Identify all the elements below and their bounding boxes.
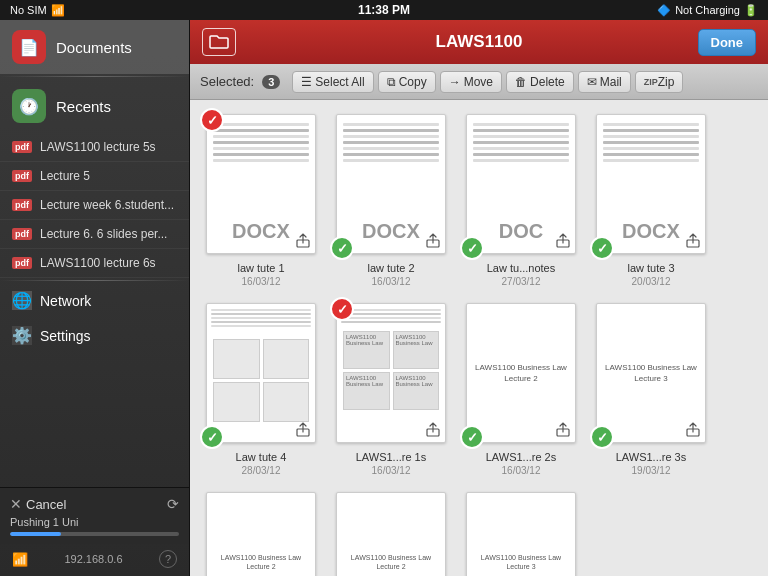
- file-name: Law tute 4: [236, 451, 287, 464]
- sidebar-item-lecture-week6[interactable]: pdf Lecture week 6.student...: [0, 191, 189, 220]
- copy-button[interactable]: ⧉ Copy: [378, 71, 436, 93]
- network-icon: 🌐: [12, 291, 32, 310]
- sidebar-item-documents[interactable]: 📄 Documents: [0, 20, 189, 74]
- sidebar-item-lecture5[interactable]: pdf Lecture 5: [0, 162, 189, 191]
- copy-label: Copy: [399, 75, 427, 89]
- sidebar-item-laws1100-5s[interactable]: pdf LAWS1100 lecture 5s: [0, 133, 189, 162]
- move-label: Move: [464, 75, 493, 89]
- doc-line: [603, 129, 699, 132]
- content-area: LAWS1100 Done Selected: 3 ☰ Select All ⧉…: [190, 20, 768, 576]
- grid-cell: LAWS1100Business Law: [393, 372, 440, 410]
- share-button[interactable]: [682, 419, 704, 441]
- file-label: Lecture 6. 6 slides per...: [40, 227, 167, 241]
- file-item-laws1-re1s[interactable]: LAWS1100Business Law LAWS1100Business La…: [330, 299, 452, 480]
- share-button[interactable]: [292, 230, 314, 252]
- sidebar: 📄 Documents 🕐 Recents pdf LAWS1100 lectu…: [0, 20, 190, 576]
- file-thumb-wrapper: LAWS1100 Business LawLecture 2 ✓: [466, 303, 576, 443]
- file-item-laws1100-bl-2a[interactable]: LAWS1100 Business LawLecture 2: [200, 488, 322, 576]
- sidebar-bottom: ✕ Cancel ⟳ Pushing 1 Uni 📶 192.168.0.6 ?: [0, 487, 189, 576]
- documents-label: Documents: [56, 39, 132, 56]
- file-date: 28/03/12: [242, 465, 281, 476]
- move-button[interactable]: → Move: [440, 71, 502, 93]
- doc-line: [343, 159, 439, 162]
- pdf-badge: pdf: [12, 199, 32, 211]
- cancel-button[interactable]: ✕ Cancel: [10, 496, 66, 512]
- mail-icon: ✉: [587, 75, 597, 89]
- file-item-law-tute-1[interactable]: DOCX ✓ law tute 1 16/03/12: [200, 110, 322, 291]
- doc-line: [341, 313, 441, 315]
- sidebar-item-network[interactable]: 🌐 Network: [0, 283, 189, 318]
- thumb-text: LAWS1100 Business LawLecture 2: [213, 545, 309, 576]
- file-item-law-tu-notes[interactable]: DOC ✓ Law tu...notes 27/03/12: [460, 110, 582, 291]
- share-button[interactable]: [552, 230, 574, 252]
- done-button[interactable]: Done: [698, 29, 757, 56]
- sidebar-item-settings[interactable]: ⚙️ Settings: [0, 318, 189, 353]
- share-button[interactable]: [682, 230, 704, 252]
- sidebar-item-lecture6-slides[interactable]: pdf Lecture 6. 6 slides per...: [0, 220, 189, 249]
- doc-line: [213, 129, 309, 132]
- zip-button[interactable]: ZIP Zip: [635, 71, 684, 93]
- file-name: LAWS1...re 1s: [356, 451, 427, 464]
- file-label: LAWS1100 lecture 5s: [40, 140, 156, 154]
- file-item-law-tute-3[interactable]: DOCX ✓ law tute 3 20/03/12: [590, 110, 712, 291]
- zip-label: Zip: [658, 75, 675, 89]
- file-label: Lecture week 6.student...: [40, 198, 174, 212]
- thumb-content: LAWS1100Business Law LAWS1100Business La…: [337, 304, 445, 417]
- red-check-badge: ✓: [200, 108, 224, 132]
- file-thumb-wrapper: DOC ✓: [466, 114, 576, 254]
- sidebar-item-recents[interactable]: 🕐 Recents: [0, 79, 189, 133]
- doc-line: [213, 147, 309, 150]
- green-check-badge: ✓: [460, 236, 484, 260]
- help-button[interactable]: ?: [159, 550, 177, 568]
- file-item-law-tute-2[interactable]: DOCX ✓ law tute 2 16/03/12: [330, 110, 452, 291]
- file-name: Law tu...notes: [487, 262, 556, 275]
- spinner-icon: ⟳: [167, 496, 179, 512]
- file-item-laws1-re2s[interactable]: LAWS1100 Business LawLecture 2 ✓ LAWS1..…: [460, 299, 582, 480]
- battery-label: Not Charging: [675, 4, 740, 16]
- file-item-law-tute-4[interactable]: ✓ Law tute 4 28/03/12: [200, 299, 322, 480]
- progress-bar-fill: [10, 532, 61, 536]
- doc-line: [603, 141, 699, 144]
- network-label: Network: [40, 293, 91, 309]
- doc-line: [343, 129, 439, 132]
- sidebar-item-laws1100-6s[interactable]: pdf LAWS1100 lecture 6s: [0, 249, 189, 278]
- file-thumb-wrapper: LAWS1100 Business LawLecture 2: [206, 492, 316, 576]
- no-sim-label: No SIM: [10, 4, 47, 16]
- share-button[interactable]: [422, 419, 444, 441]
- wifi-icon: 📶: [12, 552, 28, 567]
- file-item-laws1100-bl-3[interactable]: LAWS1100 Business LawLecture 3: [460, 488, 582, 576]
- share-button[interactable]: [422, 230, 444, 252]
- delete-button[interactable]: 🗑 Delete: [506, 71, 574, 93]
- status-bar-time: 11:38 PM: [358, 3, 410, 17]
- file-name: law tute 2: [367, 262, 414, 275]
- doc-line: [211, 321, 311, 323]
- thumb-text: LAWS1100 Business LawLecture 2: [343, 545, 439, 576]
- grid-lines: LAWS1100Business Law LAWS1100Business La…: [341, 329, 441, 412]
- share-button[interactable]: [292, 419, 314, 441]
- cancel-row: ✕ Cancel ⟳: [10, 496, 179, 512]
- file-name: law tute 1: [237, 262, 284, 275]
- pdf-badge: pdf: [12, 170, 32, 182]
- status-bar-left: No SIM 📶: [10, 4, 65, 17]
- doc-line: [473, 123, 569, 126]
- grid-cell: [263, 339, 310, 379]
- file-thumb-wrapper: DOCX ✓: [336, 114, 446, 254]
- doc-line: [213, 153, 309, 156]
- doc-line: [343, 153, 439, 156]
- file-item-laws1-re3s[interactable]: LAWS1100 Business LawLecture 3 ✓ LAWS1..…: [590, 299, 712, 480]
- mail-button[interactable]: ✉ Mail: [578, 71, 631, 93]
- doc-line: [343, 141, 439, 144]
- ip-row: 📶 192.168.0.6 ?: [0, 544, 189, 576]
- file-item-laws1100-bl-2b[interactable]: LAWS1100 Business LawLecture 2: [330, 488, 452, 576]
- doc-line: [211, 317, 311, 319]
- doc-line: [211, 309, 311, 311]
- doc-line: [211, 313, 311, 315]
- thumb-text: LAWS1100 Business LawLecture 2: [467, 354, 575, 392]
- select-all-button[interactable]: ☰ Select All: [292, 71, 373, 93]
- move-icon: →: [449, 75, 461, 89]
- copy-icon: ⧉: [387, 75, 396, 89]
- folder-button[interactable]: [202, 28, 236, 56]
- share-button[interactable]: [552, 419, 574, 441]
- green-check-badge: ✓: [200, 425, 224, 449]
- doc-lines: [467, 115, 575, 220]
